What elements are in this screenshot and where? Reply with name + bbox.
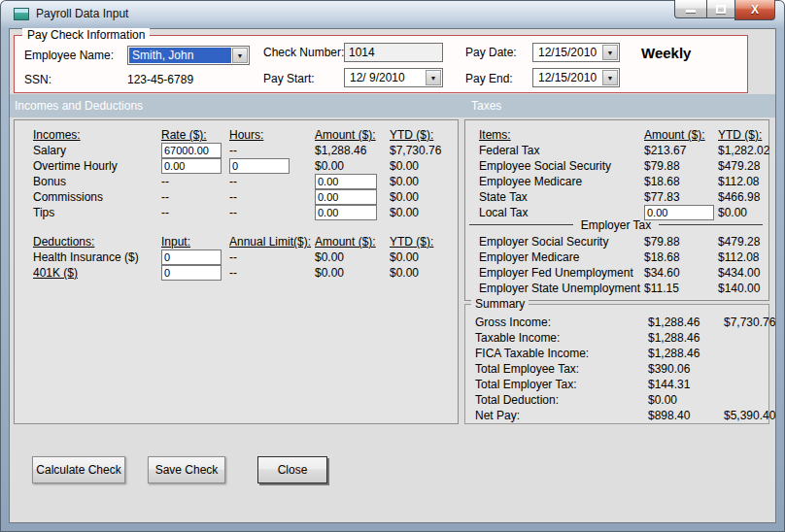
taxes-section-title: Taxes [471, 99, 501, 113]
income-name: Bonus [33, 174, 161, 189]
pay-date-dropdown-button[interactable]: ▼ [602, 45, 618, 60]
income-ytd: $0.00 [390, 205, 458, 220]
summary-amount: $0.00 [648, 392, 724, 408]
summary-amount: $144.31 [648, 377, 724, 392]
save-check-button[interactable]: Save Check [148, 456, 225, 483]
deduction-ytd: $0.00 [390, 249, 458, 265]
tax-amount: $213.67 [644, 143, 718, 158]
pay-start-dropdown-button[interactable]: ▼ [426, 70, 441, 85]
health-insurance-input[interactable] [161, 249, 222, 265]
summary-legend: Summary [471, 297, 529, 311]
summary-label: Total Employer Tax: [475, 377, 648, 392]
chevron-down-icon: ▼ [607, 50, 614, 56]
minimize-button[interactable] [674, 0, 707, 18]
tax-name: Employer Fed Unemployment [479, 265, 644, 281]
employer-tax-row-medicare: Employer Medicare $18.68 $112.08 [465, 249, 768, 265]
tax-name: Employee Medicare [479, 174, 644, 189]
income-ytd: $0.00 [390, 158, 458, 174]
check-number-input[interactable] [344, 43, 443, 62]
401k-input[interactable] [161, 265, 222, 281]
incomes-table: Incomes: Rate ($): Hours: Amount ($): YT… [15, 127, 458, 220]
tax-ytd: $140.00 [718, 281, 768, 296]
income-row-bonus: Bonus -- -- $0.00 [15, 174, 458, 189]
paycheck-info-legend: Pay Check Information [22, 28, 150, 42]
calculate-check-button[interactable]: Calculate Check [32, 456, 125, 483]
minimize-icon [686, 10, 696, 13]
rate-header: Rate ($): [161, 127, 229, 143]
chevron-down-icon: ▼ [430, 75, 437, 82]
title-bar[interactable]: Payroll Data Input X [0, 0, 785, 28]
maximize-icon [716, 5, 726, 14]
income-name: Overtime Hourly [33, 158, 161, 174]
income-rate: -- [161, 189, 229, 205]
incomes-deductions-section-title: Incomes and Deductions [15, 99, 143, 113]
tax-row-employee-medicare: Employee Medicare $18.68 $112.08 [465, 174, 768, 189]
paycheck-info-group: Pay Check Information Employee Name: Smi… [14, 35, 748, 93]
deduction-amount: $0.00 [315, 265, 390, 281]
tax-row-state: State Tax $77.83 $466.98 [465, 189, 768, 205]
tax-amount: $79.88 [644, 158, 718, 174]
amount-header: Amount ($): [644, 127, 718, 143]
tax-name: Federal Tax [479, 143, 644, 158]
income-ytd: $0.00 [390, 189, 458, 205]
employee-name-value: Smith, John [129, 48, 231, 63]
tax-ytd: $1,282.02 [718, 143, 769, 158]
tax-amount: $18.68 [644, 174, 718, 189]
close-window-button[interactable]: X [734, 0, 775, 20]
overtime-hours-input[interactable] [229, 158, 290, 174]
summary-ytd: $5,390.40 [724, 408, 775, 423]
pay-start-label: Pay Start: [263, 72, 315, 85]
deductions-header: Deductions: [33, 234, 161, 249]
incomes-header: Incomes: [33, 127, 161, 143]
summary-label: Total Deduction: [475, 392, 648, 408]
salary-rate-input[interactable] [161, 143, 222, 158]
tax-amount: $18.68 [644, 249, 718, 265]
maximize-button[interactable] [707, 0, 734, 18]
employer-tax-row-ss: Employer Social Security $79.88 $479.28 [465, 234, 768, 249]
bonus-amount-input[interactable] [315, 174, 377, 189]
taxes-header-row: Items: Amount ($): YTD ($): [465, 127, 768, 143]
tax-ytd: $479.28 [718, 234, 768, 249]
deductions-header-row: Deductions: Input: Annual Limit($): Amou… [15, 234, 458, 249]
summary-amount: $1,288.46 [648, 330, 724, 346]
pay-end-datepicker[interactable]: 12/15/2010 ▼ [532, 68, 620, 87]
summary-row-gross: Gross Income: $1,288.46 $7,730.76 [465, 315, 768, 330]
employee-name-label: Employee Name: [24, 49, 114, 62]
overtime-rate-input[interactable] [161, 158, 222, 174]
summary-row-net-pay: Net Pay: $898.40 $5,390.40 [465, 408, 768, 423]
income-name: Commissions [33, 189, 161, 205]
close-icon: X [751, 3, 759, 17]
incomes-header-row: Incomes: Rate ($): Hours: Amount ($): YT… [15, 127, 458, 143]
pay-start-value: 12/ 9/2010 [345, 69, 425, 86]
ssn-label: SSN: [24, 73, 51, 86]
pay-date-datepicker[interactable]: 12/15/2010 ▼ [532, 43, 620, 62]
tips-amount-input[interactable] [315, 205, 377, 220]
employee-name-dropdown-button[interactable]: ▼ [232, 48, 248, 63]
summary-ytd [724, 361, 768, 377]
summary-ytd [724, 346, 768, 361]
tax-name: Employer Medicare [479, 249, 644, 265]
summary-row-deduction: Total Deduction: $0.00 [465, 392, 768, 408]
taxes-panel: Items: Amount ($): YTD ($): Federal Tax … [464, 119, 769, 301]
deduction-row-401k: 401K ($) -- $0.00 $0.00 [15, 265, 458, 281]
taxes-table: Items: Amount ($): YTD ($): Federal Tax … [465, 127, 768, 220]
ytd-header: YTD ($): [390, 127, 458, 143]
summary-amount: $390.06 [648, 361, 724, 377]
pay-frequency-label: Weekly [641, 45, 691, 61]
close-button[interactable]: Close [257, 456, 327, 483]
tax-ytd: $466.98 [718, 189, 768, 205]
employer-tax-table: Employer Social Security $79.88 $479.28 … [465, 234, 768, 296]
tax-ytd: $112.08 [718, 249, 768, 265]
deduction-name-401k-link[interactable]: 401K ($) [33, 265, 161, 281]
summary-label: FICA Taxable Income: [475, 346, 648, 361]
pay-start-datepicker[interactable]: 12/ 9/2010 ▼ [344, 68, 443, 87]
window-title: Payroll Data Input [36, 7, 128, 20]
pay-end-dropdown-button[interactable]: ▼ [602, 70, 618, 85]
summary-ytd: $7,730.76 [724, 315, 775, 330]
commissions-amount-input[interactable] [315, 189, 377, 205]
income-rate: -- [161, 174, 229, 189]
employee-name-combobox[interactable]: Smith, John ▼ [127, 46, 250, 65]
annual-limit-header: Annual Limit($): [229, 234, 315, 249]
summary-label: Taxable Income: [475, 330, 648, 346]
tax-amount: $34.60 [644, 265, 718, 281]
